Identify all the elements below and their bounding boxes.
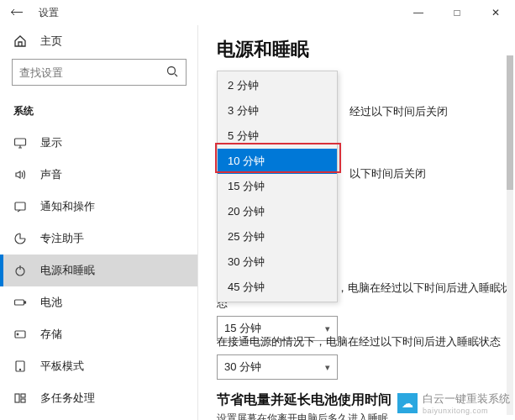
battery-icon bbox=[13, 296, 27, 309]
sidebar-item-project[interactable]: 投影到此电脑 bbox=[0, 414, 198, 420]
sidebar: 主页 系统 显示 声音 通知和操作 bbox=[0, 25, 198, 420]
home-label: 主页 bbox=[40, 34, 62, 49]
sidebar-item-power-sleep[interactable]: 电源和睡眠 bbox=[0, 255, 198, 286]
svg-rect-1 bbox=[15, 139, 26, 145]
sleep-plugged-combo[interactable]: 30 分钟 ▾ bbox=[217, 354, 338, 380]
dropdown-option[interactable]: 15 分钟 bbox=[218, 174, 337, 199]
display-icon bbox=[13, 136, 27, 150]
dropdown-option[interactable]: 45 分钟 bbox=[218, 275, 337, 300]
storage-icon bbox=[13, 328, 27, 341]
close-button[interactable]: ✕ bbox=[476, 0, 515, 25]
watermark-text: 白云一键重装系统 baiyunxitong.com bbox=[423, 391, 510, 415]
home-nav[interactable]: 主页 bbox=[0, 25, 198, 59]
dropdown-option[interactable]: 5 分钟 bbox=[218, 123, 337, 149]
svg-rect-4 bbox=[15, 300, 24, 305]
chevron-down-icon: ▾ bbox=[325, 362, 330, 373]
content-area: 电源和睡眠 2 分钟3 分钟5 分钟10 分钟15 分钟20 分钟25 分钟30… bbox=[198, 25, 515, 420]
svg-rect-2 bbox=[15, 202, 25, 210]
nav-list: 显示 声音 通知和操作 专注助手 电源和睡眠 电池 bbox=[0, 127, 198, 420]
chevron-down-icon: ▾ bbox=[325, 323, 330, 334]
search-input-container[interactable] bbox=[12, 59, 187, 86]
sidebar-item-battery[interactable]: 电池 bbox=[0, 286, 198, 318]
save-power-section-title: 节省电量并延长电池使用时间 bbox=[217, 391, 392, 409]
sidebar-item-tablet[interactable]: 平板模式 bbox=[0, 350, 198, 382]
tablet-icon bbox=[13, 360, 27, 373]
sidebar-item-focus[interactable]: 专注助手 bbox=[0, 223, 198, 255]
page-title: 电源和睡眠 bbox=[217, 37, 515, 62]
nav-group-header: 系统 bbox=[0, 97, 198, 127]
sidebar-item-label: 声音 bbox=[40, 167, 62, 182]
sidebar-item-label: 电源和睡眠 bbox=[40, 263, 95, 278]
sidebar-item-label: 专注助手 bbox=[40, 231, 84, 246]
dropdown-option[interactable]: 2 分钟 bbox=[218, 73, 337, 98]
svg-point-8 bbox=[19, 369, 20, 370]
sidebar-item-display[interactable]: 显示 bbox=[0, 127, 198, 159]
screen-off-plugged-label: 以下时间后关闭 bbox=[349, 166, 426, 181]
window-title: 设置 bbox=[39, 6, 59, 20]
dropdown-option[interactable]: 3 分钟 bbox=[218, 98, 337, 123]
combo-value: 30 分钟 bbox=[224, 360, 261, 375]
watermark: ☁ 白云一键重装系统 baiyunxitong.com bbox=[397, 391, 510, 415]
power-icon bbox=[13, 264, 27, 277]
sidebar-item-label: 存储 bbox=[40, 327, 62, 342]
home-icon bbox=[13, 34, 27, 48]
svg-point-6 bbox=[17, 333, 18, 335]
multitask-icon bbox=[13, 391, 27, 405]
screen-timeout-dropdown[interactable]: 2 分钟3 分钟5 分钟10 分钟15 分钟20 分钟25 分钟30 分钟45 … bbox=[217, 71, 338, 302]
svg-rect-10 bbox=[21, 394, 25, 397]
sidebar-item-label: 通知和操作 bbox=[40, 199, 95, 214]
focus-icon bbox=[13, 232, 27, 245]
sidebar-item-multitask[interactable]: 多任务处理 bbox=[0, 382, 198, 414]
search-icon bbox=[166, 65, 179, 81]
sidebar-item-label: 多任务处理 bbox=[40, 391, 95, 406]
notification-icon bbox=[13, 200, 27, 213]
watermark-logo: ☁ bbox=[397, 393, 418, 413]
sidebar-item-label: 平板模式 bbox=[40, 359, 84, 374]
scrollbar-thumb[interactable] bbox=[507, 55, 513, 190]
dropdown-option[interactable]: 20 分钟 bbox=[218, 199, 337, 224]
sidebar-item-label: 显示 bbox=[40, 135, 62, 150]
svg-rect-9 bbox=[15, 394, 19, 402]
dropdown-option[interactable]: 10 分钟 bbox=[218, 149, 337, 174]
scrollbar[interactable] bbox=[507, 55, 513, 415]
back-button[interactable]: 🡐 bbox=[10, 5, 24, 20]
svg-point-0 bbox=[168, 66, 176, 74]
sidebar-item-notifications[interactable]: 通知和操作 bbox=[0, 191, 198, 223]
sidebar-item-sound[interactable]: 声音 bbox=[0, 159, 198, 191]
sidebar-item-storage[interactable]: 存储 bbox=[0, 318, 198, 350]
sidebar-item-label: 电池 bbox=[40, 295, 62, 310]
dropdown-option[interactable]: 25 分钟 bbox=[218, 224, 337, 249]
sound-icon bbox=[13, 168, 27, 181]
screen-off-battery-label: 经过以下时间后关闭 bbox=[349, 104, 448, 119]
maximize-button[interactable]: □ bbox=[438, 0, 476, 25]
sleep-plugged-label: 在接通电源的情况下，电脑在经过以下时间后进入睡眠状态 bbox=[217, 334, 501, 349]
save-power-description: 设置屏幕在你离开电脑后多久进入睡眠。 bbox=[217, 412, 398, 420]
minimize-button[interactable]: — bbox=[399, 0, 438, 25]
dropdown-option[interactable]: 30 分钟 bbox=[218, 249, 337, 275]
svg-rect-11 bbox=[21, 399, 25, 402]
search-input[interactable] bbox=[19, 66, 166, 79]
